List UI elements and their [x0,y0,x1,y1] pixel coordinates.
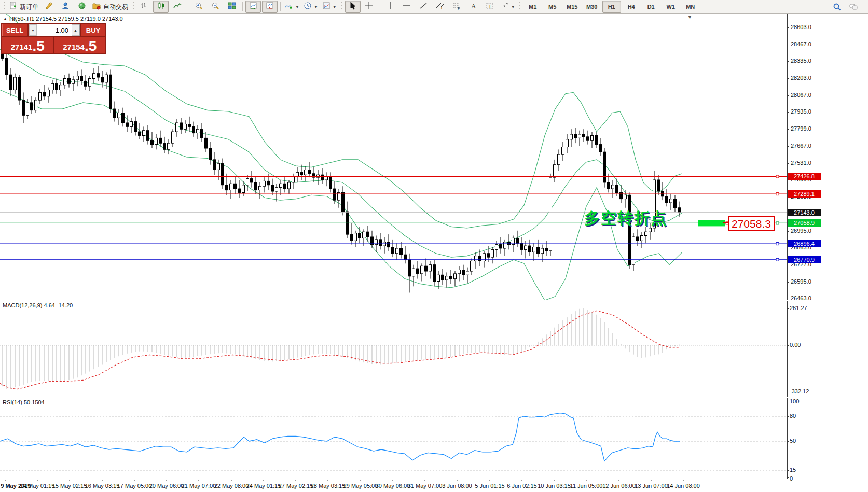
timeframe-m5-button[interactable]: M5 [543,1,562,13]
time-axis-separator [0,479,868,480]
highlight-rect[interactable] [698,220,725,226]
zoom-out-button[interactable] [208,1,223,13]
time-axis-label: 29 May 05:00 [343,483,378,489]
rsi-axis-tick-label: 0 [790,475,793,482]
time-axis-label: 14 Jun 08:00 [667,483,700,489]
callout-connector [723,222,728,223]
price-axis-tick-label: 26995.0 [791,228,811,234]
time-axis-label: 16 May 03:15 [85,483,120,489]
symbol-arrow-icon: ▲ [3,17,7,21]
equidistant-channel-tool-button[interactable]: E [433,1,448,13]
trendline-tool-button[interactable] [416,1,432,13]
sell-price-tile[interactable]: 27141.5 [2,37,53,53]
time-axis-label: 17 May 05:00 [117,483,152,489]
tile-windows-button[interactable] [224,1,240,13]
svg-text:A: A [471,2,476,10]
zoom-in-button[interactable] [191,1,206,13]
shiftl-icon [249,2,258,12]
volume-increment-button[interactable]: ▲ [72,24,79,36]
toolbar-grip[interactable] [132,2,134,11]
time-axis-label: 24 May 01:15 [246,483,281,489]
price-axis-tick-label: 27935.0 [791,108,811,115]
horizontal-line-tool-button[interactable] [399,1,415,13]
timeframe-d1-button[interactable]: D1 [642,1,660,13]
toolbar-separator [188,2,188,11]
bar-chart-type-button[interactable] [136,1,152,13]
line-chart-type-button[interactable] [170,1,185,13]
rsi-axis-tick-label: 80 [790,413,796,419]
rsi-axis-tick-label: 15 [790,467,796,473]
styles-button[interactable] [41,1,57,13]
chart-annotation-text[interactable]: 多空转折点 [584,208,667,229]
cursor-icon [348,2,357,12]
add-indicator-button[interactable]: ▼ [283,1,301,13]
toolbar-grip[interactable] [340,2,343,11]
price-callout-label[interactable]: 27058.3 [728,216,775,231]
volume-input[interactable] [37,24,72,36]
volume-decrement-button[interactable]: ▼ [29,24,37,36]
clock-icon [304,2,312,12]
buy-button[interactable]: BUY [81,24,105,36]
vertical-line-tool-button[interactable] [383,1,398,13]
fibo-icon: F [452,2,461,12]
chart-title: ▲ HK50-,H1 27154.5 27159.5 27119.0 27143… [3,16,123,22]
label-tool-button[interactable]: T [483,1,498,13]
doc-plus-icon [9,2,18,12]
price-axis-tick-label: 27531.0 [791,160,811,166]
indplus-icon [285,2,294,12]
price-axis-tick-label: 27667.0 [791,143,811,149]
cursor-tool-button[interactable] [345,1,361,13]
search-icon[interactable] [829,1,845,13]
timeframe-m30-button[interactable]: M30 [583,1,601,13]
time-axis-label: 12 Jun 06:00 [602,483,636,489]
fibonacci-tool-button[interactable]: F [449,1,465,13]
macd-panel-separator[interactable] [0,300,868,301]
toolbar-grip[interactable] [3,2,5,11]
time-axis-label: 20 May 06:00 [149,483,184,489]
brush-icon [45,2,53,12]
timeframe-h1-button[interactable]: H1 [602,1,621,13]
price-axis-tick-label: 28203.0 [791,75,811,81]
timeframe-m15-button[interactable]: M15 [563,1,582,13]
arrows-tool-button[interactable]: ▼ [499,1,517,13]
svg-text:F: F [458,7,460,10]
new-order-button[interactable]: 新订单 [7,1,40,13]
market-watch-button[interactable] [58,1,73,13]
timeframe-mn-button[interactable]: MN [681,1,700,13]
tiles-icon [228,2,237,12]
buy-price-tile[interactable]: 27154.5 [54,37,106,53]
auto-scroll-button[interactable] [245,1,261,13]
timeframe-w1-button[interactable]: W1 [662,1,680,13]
rsi-panel-separator[interactable] [0,397,868,398]
texta-icon: A [469,2,478,12]
rsi-indicator-label: RSI(14) 50.1504 [3,399,45,405]
sell-button[interactable]: SELL [2,24,27,36]
toolbar-separator [380,2,380,11]
chart-window[interactable]: ▲ HK50-,H1 27154.5 27159.5 27119.0 27143… [0,14,868,492]
rsi-axis-tick-label: 50 [790,438,796,444]
data-window-button[interactable] [74,1,90,13]
level-price-tag: 26896.4 [788,240,821,247]
timeframe-h4-button[interactable]: H4 [622,1,641,13]
price-axis-tick-label: 26463.0 [791,295,811,301]
candle-chart-type-button[interactable] [153,1,169,13]
template-button[interactable]: ▼ [321,1,338,13]
crosshair-tool-button[interactable] [362,1,377,13]
time-axis-label: 10 Jun 03:15 [538,483,571,489]
cross-icon [365,2,374,12]
text-tool-button[interactable]: A [466,1,481,13]
toolbar-grip[interactable] [519,2,521,11]
algo-trading-button[interactable]: 自动交易 [91,1,130,13]
zoomout-icon [211,2,220,12]
time-axis-label: 27 May 02:15 [279,483,313,489]
chart-canvas[interactable] [0,14,868,492]
period-button[interactable]: ▼ [302,1,320,13]
timeframe-m1-button[interactable]: M1 [523,1,542,13]
chart-shift-button[interactable] [262,1,278,13]
chat-icon[interactable] [846,1,861,13]
candles-icon [157,2,166,12]
macd-indicator-label: MACD(12,26,9) 4.64 -14.20 [3,302,73,308]
time-axis-label: 22 May 08:00 [214,483,249,489]
chart-shift-marker-icon[interactable]: ▼ [687,15,692,20]
time-axis-label: 15 May 02:15 [52,483,87,489]
